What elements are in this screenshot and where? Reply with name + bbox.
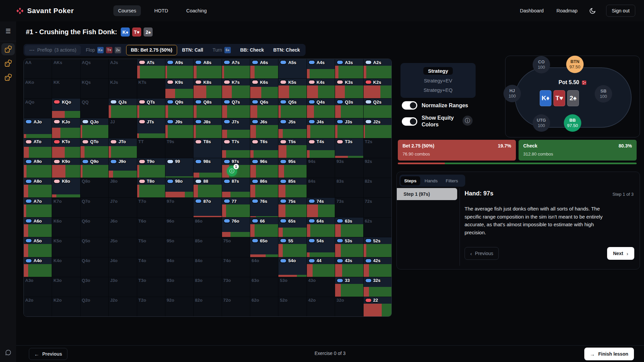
range-cell-J3s[interactable]: J3s — [335, 118, 363, 138]
range-cell-Q4s[interactable]: Q4s — [307, 99, 335, 118]
range-cell-92o[interactable]: 92o — [165, 297, 193, 316]
strategy-option-strategy[interactable]: Strategy — [423, 67, 453, 75]
range-cell-J4o[interactable]: J4o — [109, 257, 137, 277]
range-cell-QJo[interactable]: QJo — [80, 118, 108, 138]
range-cell-22[interactable]: 22 — [364, 297, 391, 316]
range-cell-32o[interactable]: 32o — [335, 297, 363, 316]
range-cell-T3s[interactable]: T3s — [335, 138, 363, 158]
range-cell-54o[interactable]: 54o — [278, 257, 306, 277]
range-cell-A3o[interactable]: A3o — [24, 277, 52, 297]
range-cell-TT[interactable]: TT — [137, 138, 165, 158]
range-cell-QQ[interactable]: QQ — [80, 99, 108, 118]
range-cell-T9o[interactable]: T9o — [137, 158, 165, 178]
range-cell-65s[interactable]: 65s — [278, 218, 306, 237]
range-cell-K3s[interactable]: K3s — [335, 79, 363, 98]
check-action-card[interactable]: Check 80.3% 312.80 combos — [519, 140, 637, 161]
range-cell-32s[interactable]: 32s — [364, 277, 391, 297]
rail-lesson-dice-icon-1[interactable] — [1, 43, 15, 55]
menu-hamburger-icon[interactable]: ☰ — [0, 21, 16, 41]
range-cell-53s[interactable]: 53s — [335, 237, 363, 257]
range-cell-Q8s[interactable]: Q8s — [194, 99, 221, 118]
range-cell-AJs[interactable]: AJs — [109, 59, 137, 78]
range-cell-95s[interactable]: 95s — [278, 158, 306, 178]
range-cell-A2o[interactable]: A2o — [24, 297, 52, 316]
range-cell-53o[interactable]: 53o — [278, 277, 306, 297]
range-cell-62s[interactable]: 62s — [364, 218, 391, 237]
range-cell-83o[interactable]: 83o — [194, 277, 221, 297]
range-cell-T5s[interactable]: T5s — [278, 138, 306, 158]
range-cell-Q7o[interactable]: Q7o — [80, 198, 108, 217]
range-cell-52s[interactable]: 52s — [364, 237, 391, 257]
range-cell-A5o[interactable]: A5o — [24, 237, 52, 257]
brand[interactable]: Savant Poker — [16, 7, 74, 15]
range-cell-T4o[interactable]: T4o — [137, 257, 165, 277]
range-cell-Q7s[interactable]: Q7s — [222, 99, 250, 118]
range-cell-Q3o[interactable]: Q3o — [80, 277, 108, 297]
range-cell-64o[interactable]: 64o — [250, 257, 278, 277]
rail-lesson-dice-icon-2[interactable] — [1, 57, 15, 69]
range-cell-JTo[interactable]: JTo — [109, 138, 137, 158]
range-cell-ATs[interactable]: ATs — [137, 59, 165, 78]
range-cell-AQo[interactable]: AQo — [24, 99, 52, 118]
range-cell-J8s[interactable]: J8s — [194, 118, 221, 138]
step-next-button[interactable]: Next › — [607, 247, 634, 260]
finish-lesson-button[interactable]: → Finish lesson — [584, 348, 634, 360]
range-cell-72o[interactable]: 72o — [222, 297, 250, 316]
dark-mode-toggle-icon[interactable] — [589, 7, 596, 14]
range-cell-Q2s[interactable]: Q2s — [364, 99, 391, 118]
range-cell-T2s[interactable]: T2s — [364, 138, 391, 158]
range-cell-JJ[interactable]: JJ — [109, 118, 137, 138]
range-cell-T3o[interactable]: T3o — [137, 277, 165, 297]
range-cell-87s[interactable]: 87s — [222, 178, 250, 197]
range-cell-63s[interactable]: 63s — [335, 218, 363, 237]
range-cell-A4o[interactable]: A4o — [24, 257, 52, 277]
range-cell-K5o[interactable]: K5o — [52, 237, 80, 257]
toggle-show-equity-colors[interactable] — [402, 117, 417, 126]
range-cell-J9o[interactable]: J9o — [109, 158, 137, 178]
range-cell-A4s[interactable]: A4s — [307, 59, 335, 78]
range-cell-95o[interactable]: 95o — [165, 237, 193, 257]
range-cell-66[interactable]: 66 — [250, 218, 278, 237]
range-cell-A8o[interactable]: A8o — [24, 178, 52, 197]
range-cell-J3o[interactable]: J3o — [109, 277, 137, 297]
range-cell-T4s[interactable]: T4s — [307, 138, 335, 158]
bet-action-card[interactable]: Bet 2.75 (50%) 19.7% 76.90 combos — [398, 140, 516, 161]
range-cell-A3s[interactable]: A3s — [335, 59, 363, 78]
range-cell-J5o[interactable]: J5o — [109, 237, 137, 257]
range-cell-97o[interactable]: 97o — [165, 198, 193, 217]
timeline-item-5[interactable]: BB: Check — [236, 45, 268, 55]
range-cell-KJo[interactable]: KJo — [52, 118, 80, 138]
nav-link-coaching[interactable]: Coaching — [181, 5, 211, 16]
range-cell-QTo[interactable]: QTo — [80, 138, 108, 158]
range-cell-KJs[interactable]: KJs — [109, 79, 137, 98]
range-cell-A6s[interactable]: A6s — [250, 59, 278, 78]
range-cell-87o[interactable]: 87o — [194, 198, 221, 217]
range-cell-77[interactable]: 77 — [222, 198, 250, 217]
range-cell-Q6s[interactable]: Q6s — [250, 99, 278, 118]
range-cell-K9s[interactable]: K9s — [165, 79, 193, 98]
range-cell-T7s[interactable]: T7s — [222, 138, 250, 158]
range-cell-75s[interactable]: 75s — [278, 198, 306, 217]
range-cell-KTo[interactable]: KTo — [52, 138, 80, 158]
range-cell-Q3s[interactable]: Q3s — [335, 99, 363, 118]
range-cell-Q5s[interactable]: Q5s — [278, 99, 306, 118]
range-cell-J8o[interactable]: J8o — [109, 178, 137, 197]
range-cell-43o[interactable]: 43o — [307, 277, 335, 297]
range-cell-64s[interactable]: 64s — [307, 218, 335, 237]
range-cell-74s[interactable]: 74s — [307, 198, 335, 217]
active-hand-marker-icon[interactable]: ⓘ1 — [227, 166, 237, 176]
range-cell-76s[interactable]: 76s — [250, 198, 278, 217]
range-cell-42s[interactable]: 42s — [364, 257, 391, 277]
chat-bubble-icon[interactable] — [0, 350, 16, 356]
range-cell-T8s[interactable]: T8s — [194, 138, 221, 158]
range-cell-J7o[interactable]: J7o — [109, 198, 137, 217]
range-cell-Q9o[interactable]: Q9o — [80, 158, 108, 178]
rail-lesson-dice-icon-3[interactable] — [1, 71, 15, 83]
range-cell-86o[interactable]: 86o — [194, 218, 221, 237]
range-cell-85s[interactable]: 85s — [278, 178, 306, 197]
timeline-item-1[interactable]: FlopK♦T♥2♠ — [82, 45, 125, 55]
range-cell-93s[interactable]: 93s — [335, 158, 363, 178]
range-cell-T9s[interactable]: T9s — [165, 138, 193, 158]
range-cell-62o[interactable]: 62o — [250, 297, 278, 316]
range-cell-Q2o[interactable]: Q2o — [80, 297, 108, 316]
